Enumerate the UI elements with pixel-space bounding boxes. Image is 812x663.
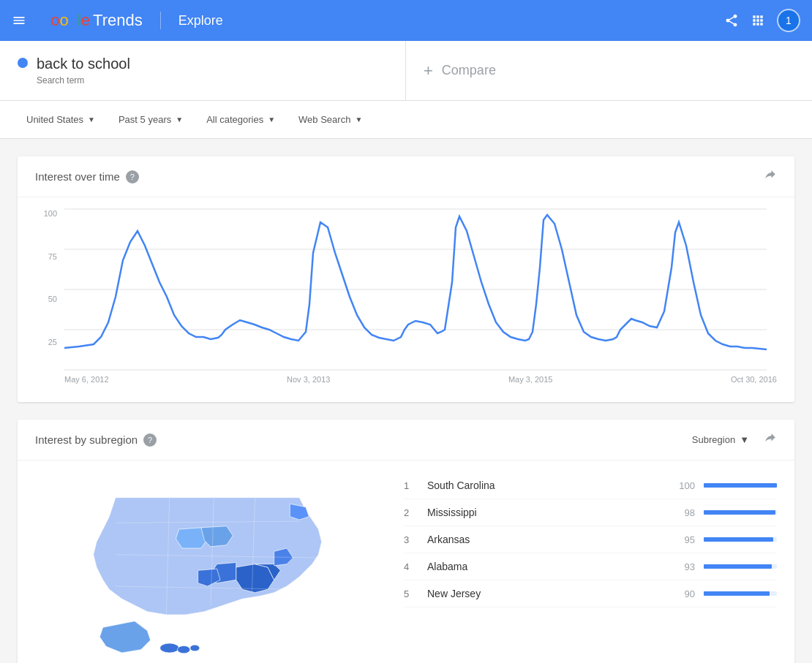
search-term-info: back to school Search term [37,56,130,86]
interest-over-time-card: Interest over time ? 100 75 50 25 [18,156,794,402]
filters-bar: United States ▼ Past 5 years ▼ All categ… [0,101,812,139]
rank-num-3: 3 [404,534,418,545]
subregion-help-icon[interactable]: ? [143,433,157,447]
chart-svg-wrapper [64,209,777,372]
us-map-container [35,472,386,662]
region-filter[interactable]: United States ▼ [18,110,104,129]
subregion-content: 1 South Carolina 100 2 Mississippi 98 [18,461,794,663]
x-label-3: May 3, 2015 [508,375,553,384]
subregion-header-right: Subregion ▼ [686,431,777,448]
us-map-svg [42,472,379,662]
app-logo: Google Trends [38,11,143,30]
rank-bar-5 [704,591,770,596]
header-right-actions: 1 [724,9,800,32]
rank-value-3: 95 [669,534,695,545]
rankings-container: 1 South Carolina 100 2 Mississippi 98 [404,472,777,662]
rank-num-5: 5 [404,588,418,599]
rank-name-2: Mississippi [427,507,660,518]
region-arrow-icon: ▼ [88,115,95,124]
share-icon[interactable] [724,13,739,28]
subregion-dropdown-arrow: ▼ [740,434,749,445]
interest-chart-title-group: Interest over time ? [35,170,139,183]
rank-value-4: 93 [669,561,695,572]
subregion-card-header: Interest by subregion ? Subregion ▼ [18,420,794,461]
subregion-card-title-group: Interest by subregion ? [35,433,157,447]
main-content: Interest over time ? 100 75 50 25 [0,139,812,663]
rank-value-1: 100 [669,480,695,491]
x-label-4: Oct 30, 2016 [731,375,777,384]
y-label-25: 25 [35,338,57,346]
interest-share-icon[interactable] [764,168,777,185]
search-term-type: Search term [37,75,130,86]
rank-name-1: South Carolina [427,480,660,491]
rank-name-4: Alabama [427,561,660,572]
period-filter[interactable]: Past 5 years ▼ [110,110,192,129]
svg-point-7 [190,645,200,651]
y-label-100: 100 [35,209,57,218]
subregion-dropdown-label: Subregion [692,434,735,445]
ranking-row-5: 5 New Jersey 90 [404,580,777,607]
rank-bar-container-1 [704,483,777,488]
period-label: Past 5 years [119,114,171,125]
x-label-2: Nov 3, 2013 [287,375,330,384]
chart-container: 100 75 50 25 [18,197,794,402]
search-type-filter[interactable]: Web Search ▼ [290,110,371,129]
subregion-card-title: Interest by subregion [35,433,138,446]
logo-google-text: Google [38,11,90,30]
ranking-row-3: 3 Arkansas 95 [404,526,777,553]
subregion-share-icon[interactable] [764,431,777,448]
y-label-75: 75 [35,252,57,261]
rank-num-2: 2 [404,507,418,518]
rank-bar-1 [704,483,777,488]
apps-icon[interactable] [751,13,765,28]
search-dot-indicator [18,58,28,68]
svg-point-5 [160,643,179,653]
category-arrow-icon: ▼ [268,115,275,124]
hawaii [160,643,200,653]
user-avatar[interactable]: 1 [777,9,800,32]
menu-icon[interactable] [12,13,26,28]
rank-bar-4 [704,564,772,569]
rank-bar-3 [704,537,773,542]
ranking-row-1: 1 South Carolina 100 [404,472,777,499]
trend-chart-svg [64,209,767,370]
ranking-row-2: 2 Mississippi 98 [404,499,777,526]
svg-point-6 [178,645,190,653]
x-axis-labels: May 6, 2012 Nov 3, 2013 May 3, 2015 Oct … [64,372,777,387]
interest-chart-title: Interest over time [35,170,120,183]
search-term-box: back to school Search term [0,41,406,100]
period-arrow-icon: ▼ [176,115,183,124]
header-divider [160,12,161,29]
rank-value-5: 90 [669,588,695,599]
compare-plus-icon: + [424,61,433,80]
region-label: United States [26,114,83,125]
search-type-arrow-icon: ▼ [355,115,362,124]
category-label: All categories [206,114,263,125]
rank-bar-container-5 [704,591,777,596]
logo-trends-text: Trends [93,11,143,30]
compare-label: Compare [442,63,496,78]
rank-name-5: New Jersey [427,588,660,599]
alaska [99,621,150,653]
interest-help-icon[interactable]: ? [126,170,139,183]
explore-label: Explore [178,13,223,29]
rank-bar-container-2 [704,510,777,515]
ranking-row-4: 4 Alabama 93 [404,553,777,580]
rank-bar-2 [704,510,775,515]
interest-by-subregion-card: Interest by subregion ? Subregion ▼ [18,420,794,663]
compare-box[interactable]: + Compare [406,41,812,100]
search-type-label: Web Search [298,114,350,125]
rank-num-1: 1 [404,480,418,491]
rank-bar-container-4 [704,564,777,569]
rank-bar-container-3 [704,537,777,542]
rank-num-4: 4 [404,561,418,572]
y-axis: 100 75 50 25 [35,209,57,380]
rank-value-2: 98 [669,507,695,518]
subregion-dropdown[interactable]: Subregion ▼ [686,431,755,448]
app-header: Google Trends Explore 1 [0,0,812,41]
category-filter[interactable]: All categories ▼ [198,110,284,129]
y-label-50: 50 [35,295,57,303]
rank-name-3: Arkansas [427,534,660,545]
interest-chart-header: Interest over time ? [18,156,794,197]
search-area: back to school Search term + Compare [0,41,812,101]
